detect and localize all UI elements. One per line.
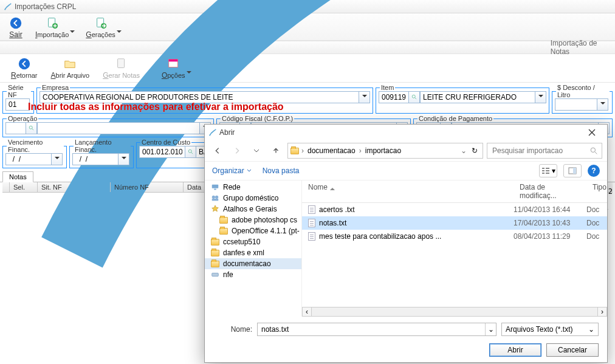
chevron-right-icon: › xyxy=(359,146,362,155)
tree-item[interactable]: documentacao xyxy=(205,258,301,269)
operacao-code-input[interactable] xyxy=(5,122,26,134)
importacao-menu[interactable]: IImportaçãomportação xyxy=(35,16,69,39)
tree-item[interactable]: danfes e xml xyxy=(205,247,301,258)
file-row[interactable]: mes teste para contabilizacao apos ...08… xyxy=(302,230,607,243)
chevron-down-icon[interactable]: ⌄ xyxy=(461,146,467,155)
svg-rect-20 xyxy=(546,173,549,174)
filename-dropdown-icon[interactable]: ⌄ xyxy=(485,323,496,335)
opcoes-menu[interactable]: OpçõesOpções xyxy=(162,57,185,80)
centrocusto-code-input[interactable] xyxy=(139,146,185,158)
organizar-menu[interactable]: Organizar xyxy=(212,167,252,175)
filename-combo[interactable]: ⌄ xyxy=(257,323,496,336)
filetype-filter[interactable]: Arquivos Texto (*.txt)⌄ xyxy=(501,323,599,336)
operacao-text[interactable] xyxy=(37,122,200,134)
gerar-notas-button[interactable]: Gerar NotasGerar Notas xyxy=(103,57,140,80)
tree-item-label: nfe xyxy=(223,270,233,279)
tree-item[interactable]: nfe xyxy=(205,269,301,280)
form-row-1: Série NF Empresa COOPERATIVA REGIONAL DE… xyxy=(0,83,615,114)
nova-pasta-button[interactable]: Nova pasta xyxy=(263,167,300,175)
cancel-button[interactable]: Cancelar xyxy=(546,343,599,357)
open-button[interactable]: Abrir xyxy=(489,343,541,357)
desconto-input[interactable] xyxy=(555,98,597,111)
tree-item[interactable]: Atalhos e Gerais xyxy=(205,204,301,215)
col-sel[interactable]: Sel. xyxy=(10,182,38,192)
search-icon xyxy=(590,147,598,155)
dialog-icon xyxy=(208,128,217,137)
filename-input[interactable] xyxy=(258,323,485,335)
dialog-title: Abrir xyxy=(219,128,235,137)
col-spacer[interactable] xyxy=(2,182,10,192)
col-date[interactable]: Data de modificaç... xyxy=(514,183,586,200)
nav-up-button[interactable] xyxy=(268,143,284,159)
svg-rect-15 xyxy=(542,168,545,169)
document-icon xyxy=(308,232,315,241)
desconto-dropdown-icon[interactable] xyxy=(597,98,608,111)
crumb-importacao[interactable]: importacao xyxy=(364,146,402,155)
sair-button[interactable]: Sair xyxy=(9,16,23,39)
preview-toggle-button[interactable] xyxy=(563,164,582,177)
scroll-track[interactable] xyxy=(312,307,597,317)
empresa-field: Empresa COOPERATIVA REGIONAL DE PRODUTOR… xyxy=(36,84,373,114)
desconto-field: $ Desconto / Litro xyxy=(552,84,613,114)
horizontal-scrollbar[interactable]: ‹ › xyxy=(302,307,607,317)
item-text[interactable]: LEITE CRU REFRIGERADO xyxy=(420,91,535,103)
tree-item[interactable]: adobe photoshop cs xyxy=(205,215,301,225)
col-numero[interactable]: Número NF xyxy=(111,182,184,192)
abrir-arquivo-button[interactable]: Abrir ArquivoAbrir Arquivo xyxy=(51,57,90,80)
lancfin-dropdown-icon[interactable] xyxy=(119,153,129,165)
scroll-right-button[interactable]: › xyxy=(597,307,607,317)
file-date: 17/04/2013 10:43 xyxy=(514,219,586,227)
item-field: Item LEITE CRU REFRIGERADO xyxy=(376,84,549,114)
file-row[interactable]: acertos .txt11/04/2013 16:44Doc xyxy=(302,203,607,216)
retornar-button[interactable]: RetornarRetornar xyxy=(11,57,38,80)
file-type: Doc xyxy=(586,205,607,214)
view-button[interactable]: ▾ xyxy=(539,164,557,177)
dialog-body: RedeGrupo domésticoAtalhos e Geraisadobe… xyxy=(205,180,607,317)
search-input[interactable] xyxy=(491,146,590,156)
crumb-documentacao[interactable]: documentacao xyxy=(306,146,357,155)
search-box[interactable] xyxy=(487,143,602,159)
refresh-icon[interactable]: ↻ xyxy=(472,146,478,155)
folder-tree[interactable]: RedeGrupo domésticoAtalhos e Geraisadobe… xyxy=(205,180,302,317)
vencfin-dropdown-icon[interactable] xyxy=(52,153,63,165)
nav-recent-button[interactable] xyxy=(249,143,264,159)
item-lookup-icon[interactable] xyxy=(409,91,420,103)
item-dropdown-icon[interactable] xyxy=(535,91,546,103)
item-code-input[interactable] xyxy=(379,91,409,103)
svg-point-26 xyxy=(215,196,218,199)
vencfin-input[interactable] xyxy=(5,153,52,165)
col-type[interactable]: Tipo xyxy=(586,183,607,200)
breadcrumb[interactable]: › documentacao › importacao ⌄ ↻ xyxy=(287,143,483,159)
tree-item-label: adobe photoshop cs xyxy=(232,216,297,224)
geracoes-menu[interactable]: GGeraçõeserações xyxy=(86,16,115,39)
filename-row: Nome: ⌄ Arquivos Texto (*.txt)⌄ xyxy=(213,323,599,336)
centrocusto-lookup-icon[interactable] xyxy=(185,146,196,158)
tree-item[interactable]: Grupo doméstico xyxy=(205,193,301,204)
col-name[interactable]: Nome xyxy=(302,183,514,200)
scroll-left-button[interactable]: ‹ xyxy=(302,307,312,317)
tab-notas[interactable]: Notas xyxy=(2,171,33,182)
svg-rect-28 xyxy=(212,273,219,276)
serie-nf-input[interactable] xyxy=(5,98,30,111)
tree-item[interactable]: ccsetup510 xyxy=(205,236,301,247)
empresa-dropdown-icon[interactable] xyxy=(359,91,370,103)
dialog-toolbar: Organizar Nova pasta ▾ ? xyxy=(205,161,607,180)
nav-back-button[interactable] xyxy=(210,143,225,159)
help-button[interactable]: ? xyxy=(588,165,600,177)
svg-rect-19 xyxy=(546,170,549,171)
item-label: Item xyxy=(380,84,395,91)
close-button[interactable] xyxy=(580,126,603,139)
vencfin-field: Vencimento Financ. xyxy=(2,139,67,168)
lancfin-input[interactable] xyxy=(72,153,119,165)
file-open-dialog: Abrir › documentacao › importacao ⌄ ↻ Or… xyxy=(204,124,608,363)
empresa-text[interactable]: COOPERATIVA REGIONAL DE PRODUTORES DE LE… xyxy=(40,91,359,103)
operacao-lookup-icon[interactable] xyxy=(26,122,37,134)
organizar-label: Organizar xyxy=(212,167,244,175)
tree-item[interactable]: Rede xyxy=(205,182,301,193)
chevron-down-icon: ⌄ xyxy=(588,325,594,334)
col-sit[interactable]: Sit. NF xyxy=(38,182,111,192)
file-row[interactable]: notas.txt17/04/2013 10:43Doc xyxy=(302,216,607,230)
nav-forward-button[interactable] xyxy=(229,143,245,159)
svg-rect-22 xyxy=(573,168,576,174)
tree-item[interactable]: OpenOffice 4.1.1 (pt- xyxy=(205,225,301,236)
